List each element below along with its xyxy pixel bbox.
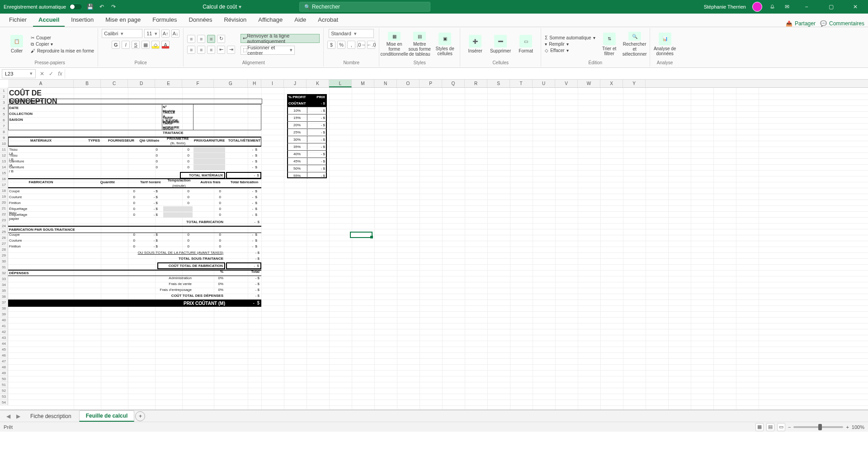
undo-icon[interactable]: ↶ [98, 3, 106, 11]
underline-button[interactable]: S [132, 41, 140, 49]
minimize-button[interactable]: − [797, 0, 816, 13]
zoom-level[interactable]: 100% [852, 424, 864, 430]
merge-button[interactable]: ⬚ Fusionner et centrer▾ [241, 46, 295, 55]
column-header[interactable]: F [182, 80, 214, 87]
column-header[interactable]: Q [442, 80, 465, 87]
save-icon[interactable]: 💾 [86, 3, 94, 11]
row-header[interactable]: 8 [0, 129, 8, 135]
row-header[interactable]: 10 [0, 141, 8, 147]
sheet-nav-next[interactable]: ▶ [14, 413, 23, 419]
column-header[interactable]: J [284, 80, 307, 87]
row-header[interactable]: 12 [0, 152, 8, 158]
zoom-in-button[interactable]: + [846, 424, 849, 430]
paste-button[interactable]: 📋Coller [5, 32, 28, 57]
autosave-toggle[interactable] [69, 4, 82, 10]
align-top-icon[interactable]: ≡ [187, 35, 195, 43]
row-header[interactable]: 35 [0, 288, 8, 294]
row-header[interactable]: 40 [0, 317, 8, 323]
wrap-text-button[interactable]: ↩ Renvoyer à la ligne automatiquement [241, 34, 320, 43]
row-header[interactable]: 28 [0, 247, 8, 252]
align-bottom-icon[interactable]: ≡ [207, 35, 215, 43]
view-layout-icon[interactable]: ▤ [766, 423, 774, 431]
maximize-button[interactable]: ▢ [822, 0, 840, 13]
row-header[interactable]: 49 [0, 370, 8, 376]
column-header[interactable]: P [420, 80, 442, 87]
row-header[interactable]: 25 [0, 229, 8, 235]
column-header[interactable]: X [600, 80, 623, 87]
tab-affichage[interactable]: Affichage [253, 14, 288, 27]
row-header[interactable]: 31 [0, 264, 8, 270]
align-mid-icon[interactable]: ≡ [197, 35, 205, 43]
row-header[interactable]: 32 [0, 270, 8, 276]
avatar[interactable] [752, 2, 762, 12]
column-header[interactable]: G [214, 80, 248, 87]
row-header[interactable]: 9 [0, 135, 8, 141]
percent-icon[interactable]: % [337, 41, 345, 49]
row-header[interactable]: 37 [0, 300, 8, 305]
row-header[interactable]: 27 [0, 241, 8, 247]
tab-fichier[interactable]: Fichier [4, 14, 32, 27]
font-color-button[interactable]: A [161, 41, 170, 49]
row-header[interactable]: 50 [0, 376, 8, 382]
autosum-button[interactable]: Σ Somme automatique ▾ [545, 35, 595, 40]
search-box[interactable]: 🔍 Rechercher [299, 2, 430, 12]
row-header[interactable]: 23 [0, 217, 8, 223]
sort-filter-button[interactable]: ⇅Trier et filtrer [598, 32, 621, 57]
tab-donnees[interactable]: Données [183, 14, 217, 27]
tab-insertion[interactable]: Insertion [66, 14, 99, 27]
row-header[interactable]: 14 [0, 164, 8, 170]
find-select-button[interactable]: 🔍Rechercher et sélectionner [623, 32, 646, 57]
close-button[interactable]: ✕ [846, 0, 864, 13]
currency-icon[interactable]: $ [327, 41, 335, 49]
row-header[interactable]: 45 [0, 347, 8, 352]
row-header[interactable]: 48 [0, 364, 8, 370]
align-center-icon[interactable]: ≡ [197, 46, 205, 54]
row-header[interactable]: 7 [0, 123, 8, 129]
column-header[interactable]: R [465, 80, 487, 87]
row-header[interactable]: 41 [0, 323, 8, 329]
share-button[interactable]: 📤 Partager [786, 20, 816, 27]
row-header[interactable]: 24 [0, 223, 8, 229]
cond-format-button[interactable]: ▦Mise en forme conditionnelle [383, 32, 406, 57]
fx-icon[interactable]: fx [56, 71, 65, 77]
row-header[interactable]: 30 [0, 258, 8, 264]
fill-color-button[interactable]: ◇ [151, 41, 160, 49]
column-header[interactable]: D [128, 80, 155, 87]
delete-cells-button[interactable]: ➖Supprimer [489, 32, 512, 57]
row-header[interactable]: 16 [0, 176, 8, 182]
row-header[interactable]: 52 [0, 388, 8, 394]
row-header[interactable]: 11 [0, 147, 8, 152]
tab-accueil[interactable]: Accueil [33, 14, 65, 27]
align-right-icon[interactable]: ≡ [207, 46, 215, 54]
row-header[interactable]: 1 [0, 88, 8, 94]
column-header[interactable]: Y [623, 80, 646, 87]
row-header[interactable]: 47 [0, 358, 8, 364]
row-header[interactable]: 36 [0, 294, 8, 300]
row-header[interactable]: 54 [0, 400, 8, 405]
row-header[interactable]: 18 [0, 188, 8, 194]
new-sheet-button[interactable]: + [135, 411, 145, 421]
italic-button[interactable]: I [122, 41, 130, 49]
sheet-tab-1[interactable]: Fiche description [24, 411, 78, 422]
format-table-button[interactable]: ▤Mettre sous forme de tableau [408, 32, 431, 57]
font-name[interactable]: Calibri▾ [102, 29, 142, 38]
comments-button[interactable]: 💬 Commentaires [820, 20, 864, 27]
zoom-slider[interactable] [793, 426, 843, 428]
cut-button[interactable]: ✂ Couper [31, 35, 51, 40]
column-header[interactable]: B [74, 80, 101, 87]
column-header[interactable]: V [555, 80, 578, 87]
row-header[interactable]: 33 [0, 276, 8, 282]
row-header[interactable]: 38 [0, 305, 8, 311]
comma-icon[interactable]: , [347, 41, 355, 49]
row-header[interactable]: 34 [0, 282, 8, 288]
row-header[interactable]: 13 [0, 158, 8, 164]
tab-formules[interactable]: Formules [147, 14, 182, 27]
row-header[interactable]: 53 [0, 394, 8, 400]
tab-mise-en-page[interactable]: Mise en page [100, 14, 146, 27]
row-header[interactable]: 29 [0, 252, 8, 258]
number-format[interactable]: Standard▾ [329, 29, 374, 38]
row-header[interactable]: 17 [0, 182, 8, 188]
row-header[interactable]: 39 [0, 311, 8, 317]
spreadsheet-grid[interactable]: ABCDEFGHIJKLMNOPQRSTUVWXY 12345678910111… [0, 80, 868, 410]
view-break-icon[interactable]: ▭ [777, 423, 785, 431]
